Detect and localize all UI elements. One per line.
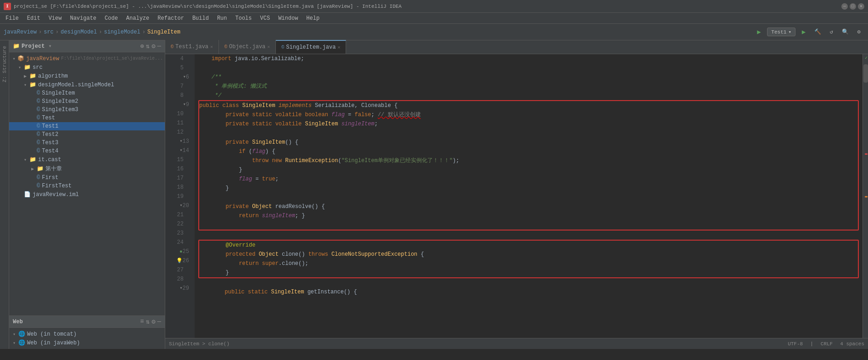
tree-item-firsttest[interactable]: © FirstTest bbox=[9, 182, 165, 190]
scrollbar-thumb[interactable] bbox=[863, 64, 868, 83]
line-21: 21 bbox=[165, 210, 195, 219]
code-line-15: throw new RuntimeException("SingleItem单例… bbox=[199, 156, 858, 165]
tree-item-algorithm[interactable]: ▶ 📁 algorithm bbox=[9, 72, 165, 80]
tree-item-test2[interactable]: © Test2 bbox=[9, 130, 165, 139]
tree-item-itcast[interactable]: ▾ 📁 it.cast bbox=[9, 155, 165, 164]
project-panel-actions[interactable]: ⊕ ⇅ ⚙ — bbox=[140, 42, 161, 50]
search-button[interactable]: 🔍 bbox=[840, 27, 851, 38]
tab-close-object[interactable]: ✕ bbox=[267, 44, 270, 50]
code-content[interactable]: import java.io.Serializable; /** * 单例模式:… bbox=[195, 54, 862, 338]
web-sort2-btn[interactable]: ⇅ bbox=[146, 318, 150, 326]
tree-item-singleitem[interactable]: © SingleItem bbox=[9, 89, 165, 97]
tree-item-test3[interactable]: © Test3 bbox=[9, 139, 165, 147]
menu-navigate[interactable]: Navigate bbox=[66, 14, 100, 22]
tree-arrow-designmodel[interactable]: ▾ bbox=[24, 82, 29, 88]
panel-close-btn[interactable]: — bbox=[157, 42, 161, 50]
maximize-button[interactable]: □ bbox=[850, 3, 856, 10]
tree-item-singleitem3[interactable]: © SingleItem3 bbox=[9, 106, 165, 114]
window-controls[interactable]: — □ ✕ bbox=[841, 3, 864, 10]
code-line-4: import java.io.Serializable; bbox=[198, 54, 859, 63]
tree-item-designmodel[interactable]: ▾ 📁 designModel.singleModel bbox=[9, 80, 165, 89]
tab-object[interactable]: © Object.java ✕ bbox=[219, 40, 276, 54]
structure-tab[interactable]: Z: Structure bbox=[0, 44, 9, 84]
tree-item-javareview[interactable]: ▾ 📦 javaReview F:\file\Idea\project1_se\… bbox=[9, 54, 165, 63]
menu-window[interactable]: Window bbox=[274, 14, 302, 22]
tree-item-test[interactable]: © Test bbox=[9, 114, 165, 122]
tree-item-src[interactable]: ▾ 📁 src bbox=[9, 63, 165, 72]
menu-view[interactable]: View bbox=[45, 14, 66, 22]
code-line-18: } bbox=[199, 184, 858, 193]
tab-label-test1: Test1.java bbox=[175, 44, 208, 50]
debug-run-button[interactable]: ▶ bbox=[798, 27, 809, 38]
minimize-button[interactable]: — bbox=[841, 3, 848, 10]
lightbulb-icon[interactable]: 💡 bbox=[176, 256, 183, 265]
code-line-6: /** bbox=[198, 73, 859, 82]
tab-test1[interactable]: © Test1.java ✕ bbox=[165, 40, 219, 54]
tree-arrow-chapter10[interactable]: ▶ bbox=[31, 166, 37, 172]
reload-button[interactable]: ↺ bbox=[826, 27, 837, 38]
scrollbar-track[interactable]: ✓ bbox=[862, 54, 868, 338]
class-icon-test3: © bbox=[37, 140, 40, 146]
web-arrow-tomcat[interactable]: ▾ bbox=[13, 332, 18, 337]
breadcrumb-singlemodel[interactable]: singleModel bbox=[104, 29, 140, 35]
title-bar: I project1_se [F:\file\Idea\project1_se]… bbox=[0, 0, 868, 13]
web-close-btn[interactable]: — bbox=[157, 318, 161, 326]
line-10: 10 bbox=[165, 109, 195, 118]
project-panel: 📁 Project ▾ ⊕ ⇅ ⚙ — ▾ 📦 javaReview F:\fi… bbox=[9, 40, 165, 349]
tree-item-singleitem2[interactable]: © SingleItem2 bbox=[9, 97, 165, 106]
tree-arrow-src[interactable]: ▾ bbox=[18, 65, 24, 70]
panel-sync-btn[interactable]: ⊕ bbox=[140, 42, 144, 50]
menu-build[interactable]: Build bbox=[189, 14, 213, 22]
tab-label-object: Object.java bbox=[229, 44, 265, 50]
build-button[interactable]: 🔨 bbox=[812, 27, 823, 38]
class-icon-test2: © bbox=[37, 131, 40, 138]
web-arrow-javaweb[interactable]: ▾ bbox=[13, 340, 18, 346]
run-config[interactable]: Test1 ▾ bbox=[767, 28, 795, 36]
tree-arrow-javareview[interactable]: ▾ bbox=[12, 56, 17, 62]
run-button[interactable]: ▶ bbox=[753, 27, 764, 38]
menu-analyze[interactable]: Analyze bbox=[123, 14, 153, 22]
tab-singleitem[interactable]: © SingleItem.java ✕ bbox=[276, 40, 346, 54]
tree-item-iml[interactable]: 📄 javaReview.iml bbox=[9, 190, 165, 199]
tree-arrow-algorithm[interactable]: ▶ bbox=[24, 73, 29, 79]
tree-item-chapter10[interactable]: ▶ 📁 第十章 bbox=[9, 164, 165, 174]
web-item-javaweb[interactable]: ▾ 🌐 Web (in javaWeb) bbox=[9, 338, 165, 347]
project-dropdown[interactable]: ▾ bbox=[48, 43, 51, 50]
breadcrumb-javareview[interactable]: javaReview bbox=[4, 29, 37, 35]
tree-item-test1[interactable]: © Test1 bbox=[9, 122, 165, 130]
code-line-24: @Override bbox=[199, 241, 858, 250]
tab-close-singleitem[interactable]: ✕ bbox=[337, 45, 340, 50]
code-editor-container: 4 5 ▾ 6 7 8 ▾ 9 10 11 12 ▾ 13 bbox=[165, 54, 868, 338]
line-12: 12 bbox=[165, 128, 195, 137]
panel-expand-btn[interactable]: ⇅ bbox=[146, 42, 150, 50]
panel-settings-btn[interactable]: ⚙ bbox=[151, 42, 155, 50]
toolbar-right: ▶ Test1 ▾ ▶ 🔨 ↺ 🔍 ⚙ bbox=[753, 27, 864, 38]
class-icon-singleitem3: © bbox=[37, 107, 40, 113]
tree-arrow-itcast[interactable]: ▾ bbox=[24, 157, 29, 163]
web-settings-btn[interactable]: ⚙ bbox=[151, 318, 155, 326]
tree-item-test4[interactable]: © Test4 bbox=[9, 147, 165, 155]
menu-vcs[interactable]: VCS bbox=[257, 14, 274, 22]
web-panel-actions[interactable]: ≡ ⇅ ⚙ — bbox=[140, 318, 161, 326]
menu-run[interactable]: Run bbox=[213, 14, 231, 22]
menu-file[interactable]: File bbox=[2, 14, 22, 22]
web-item-tomcat[interactable]: ▾ 🌐 Web (in tomcat) bbox=[9, 330, 165, 338]
menu-refactor[interactable]: Refactor bbox=[154, 14, 188, 22]
web-sort-btn[interactable]: ≡ bbox=[140, 318, 144, 326]
settings-button[interactable]: ⚙ bbox=[853, 27, 864, 38]
tree-item-first[interactable]: © First bbox=[9, 174, 165, 182]
menu-tools[interactable]: Tools bbox=[232, 14, 256, 22]
menu-help[interactable]: Help bbox=[302, 14, 323, 22]
breadcrumb-src[interactable]: src bbox=[44, 29, 54, 35]
close-button[interactable]: ✕ bbox=[858, 3, 864, 10]
run-config-dropdown[interactable]: ▾ bbox=[788, 29, 791, 35]
line-24: 24 bbox=[165, 238, 195, 247]
breadcrumb-designmodel[interactable]: designModel bbox=[61, 29, 97, 35]
menu-edit[interactable]: Edit bbox=[23, 14, 44, 22]
code-line-28 bbox=[198, 278, 859, 287]
tab-close-test1[interactable]: ✕ bbox=[210, 44, 213, 50]
menu-code[interactable]: Code bbox=[101, 14, 122, 22]
breadcrumb-singleitem[interactable]: SingleItem bbox=[147, 29, 180, 35]
iml-icon: 📄 bbox=[24, 191, 31, 198]
tree-label-test3: Test3 bbox=[42, 140, 58, 146]
